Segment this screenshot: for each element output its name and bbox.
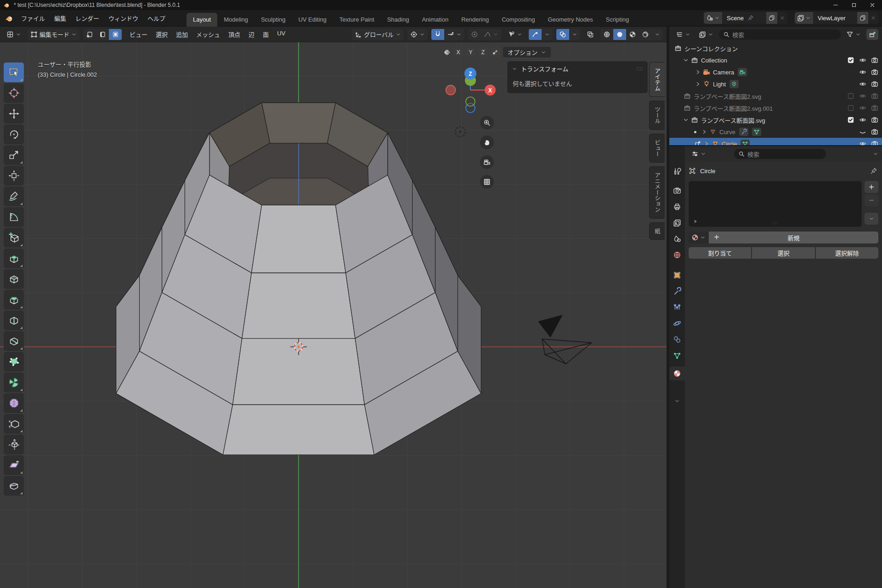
chevron-down-icon[interactable] <box>873 151 878 157</box>
hide-viewport-toggle[interactable] <box>859 57 866 64</box>
maximize-button[interactable] <box>851 2 857 8</box>
gizmo-axis-neg-y[interactable] <box>466 97 475 106</box>
tool-extrude-region[interactable] <box>4 249 24 268</box>
xray-toggle-button[interactable] <box>584 29 597 40</box>
snap-toggle-button[interactable] <box>431 29 444 40</box>
workspace-tab-texture-paint[interactable]: Texture Paint <box>333 13 381 27</box>
tool-loop-cut[interactable] <box>4 311 24 330</box>
outliner-row-シーンコレクション[interactable]: シーンコレクション <box>669 42 882 54</box>
viewport-menu-ビュー[interactable]: ビュー <box>125 30 152 39</box>
chevron-down-icon[interactable] <box>682 57 690 63</box>
visibility-dropdown[interactable] <box>505 29 525 40</box>
solid-shading-button[interactable] <box>613 29 626 40</box>
viewlayer-selector[interactable]: ViewLayer <box>795 12 878 24</box>
viewport-menu-メッシュ[interactable]: メッシュ <box>192 30 224 39</box>
panel-grip[interactable]: :::: <box>636 66 643 71</box>
disable-render-toggle[interactable] <box>871 104 878 112</box>
menu-編集[interactable]: 編集 <box>50 11 71 25</box>
scene-selector[interactable]: Scene <box>704 12 787 24</box>
deselect-button[interactable]: 選択解除 <box>816 247 878 259</box>
transform-panel-title[interactable]: トランスフォーム <box>521 64 568 73</box>
properties-tab-constraints[interactable] <box>669 333 685 346</box>
edge-select-button[interactable] <box>96 29 109 40</box>
tool-measure[interactable] <box>4 207 24 227</box>
properties-tabs-overflow[interactable] <box>669 394 685 408</box>
viewport-menu-辺[interactable]: 辺 <box>244 30 259 39</box>
pan-button[interactable] <box>480 136 494 149</box>
viewlayer-copy-button[interactable] <box>857 12 868 24</box>
minimize-button[interactable] <box>832 2 839 8</box>
tool-rotate[interactable] <box>4 124 24 144</box>
menu-ウィンドウ[interactable]: ウィンドウ <box>104 11 143 25</box>
properties-search[interactable]: 検索 <box>734 149 826 159</box>
material-preview-button[interactable] <box>626 29 639 40</box>
close-button[interactable] <box>869 2 876 8</box>
vertex-select-button[interactable] <box>83 29 96 40</box>
workspace-tab-geometry-nodes[interactable]: Geometry Nodes <box>541 13 599 27</box>
zoom-button[interactable] <box>480 116 494 130</box>
workspace-tab-shading[interactable]: Shading <box>381 13 416 27</box>
gizmo-settings-dropdown[interactable] <box>542 29 553 40</box>
outliner-editor-button[interactable] <box>673 29 693 40</box>
menu-ヘルプ[interactable]: ヘルプ <box>143 11 170 25</box>
disable-render-toggle[interactable] <box>871 57 878 64</box>
remove-slot-button[interactable] <box>865 194 878 206</box>
expand-icon[interactable] <box>693 219 698 224</box>
tool-select-box[interactable] <box>4 62 24 82</box>
workspace-tab-scripting[interactable]: Scripting <box>599 13 636 27</box>
tool-move[interactable] <box>4 104 24 124</box>
properties-tab-data[interactable] <box>669 349 685 362</box>
chevron-down-icon[interactable] <box>682 117 690 123</box>
shading-settings-dropdown[interactable] <box>652 29 663 40</box>
chevron-right-icon[interactable] <box>694 69 701 75</box>
disable-render-toggle[interactable] <box>871 128 878 136</box>
disable-render-toggle[interactable] <box>871 92 878 100</box>
workspace-tab-animation[interactable]: Animation <box>415 13 455 27</box>
blender-menu-button[interactable] <box>3 14 17 23</box>
tool-shrink-fatten[interactable] <box>4 435 24 454</box>
slot-specials-dropdown[interactable] <box>865 213 878 225</box>
properties-tab-modifiers[interactable] <box>669 284 685 298</box>
wireframe-shading-button[interactable] <box>600 29 613 40</box>
properties-tab-tool[interactable] <box>669 164 685 178</box>
menu-ファイル[interactable]: ファイル <box>17 11 50 25</box>
proportional-falloff-dropdown[interactable] <box>481 29 501 40</box>
outliner-row-Collection[interactable]: Collection <box>669 54 882 66</box>
select-button[interactable]: 選択 <box>752 247 814 259</box>
add-slot-button[interactable] <box>865 181 878 193</box>
browse-material-dropdown[interactable] <box>689 232 708 243</box>
show-gizmo-button[interactable] <box>529 29 542 40</box>
outliner-row-Circle[interactable]: Circle <box>669 138 882 146</box>
chevron-right-icon[interactable] <box>701 129 708 135</box>
tool-transform[interactable] <box>4 166 24 186</box>
sidebar-tab-ビュー[interactable]: ビュー <box>649 134 665 163</box>
outliner-search[interactable]: 検索 <box>719 29 841 40</box>
snap-settings-dropdown[interactable] <box>444 29 464 40</box>
proportional-edit-button[interactable] <box>468 29 481 40</box>
exclude-checkbox[interactable] <box>847 116 854 124</box>
viewport-canvas[interactable]: ユーザー・平行投影 (33) Circle | Circle.002 X Y Z… <box>0 42 667 588</box>
tool-add-cube[interactable] <box>4 228 24 248</box>
outliner-row-Light[interactable]: Light <box>669 78 882 90</box>
workspace-tab-uv-editing[interactable]: UV Editing <box>292 13 333 27</box>
properties-tab-physics[interactable] <box>669 317 685 330</box>
exclude-checkbox[interactable] <box>847 104 854 112</box>
tool-edge-slide[interactable] <box>4 414 24 434</box>
viewport-menu-選択[interactable]: 選択 <box>152 30 172 39</box>
assign-button[interactable]: 割り当て <box>689 247 751 259</box>
hide-viewport-toggle[interactable] <box>859 68 866 76</box>
camera-view-button[interactable] <box>480 155 494 169</box>
viewport-menu-UV[interactable]: UV <box>273 30 289 39</box>
disable-render-toggle[interactable] <box>871 80 878 88</box>
tool-cursor[interactable] <box>4 83 24 103</box>
outliner-row-Camera[interactable]: Camera <box>669 66 882 78</box>
viewlayer-remove-button[interactable] <box>868 12 878 24</box>
new-material-button[interactable]: 新規 <box>709 232 878 243</box>
editor-type-button[interactable] <box>4 29 24 40</box>
workspace-tab-modeling[interactable]: Modeling <box>217 13 254 27</box>
outliner-row-ランプベース断面図2.svg[interactable]: ランプベース断面図2.svg <box>669 90 882 102</box>
workspace-tab-rendering[interactable]: Rendering <box>455 13 495 27</box>
chevron-right-icon[interactable] <box>694 81 701 87</box>
ortho-toggle-button[interactable] <box>480 175 494 189</box>
hide-viewport-toggle[interactable] <box>859 140 866 146</box>
